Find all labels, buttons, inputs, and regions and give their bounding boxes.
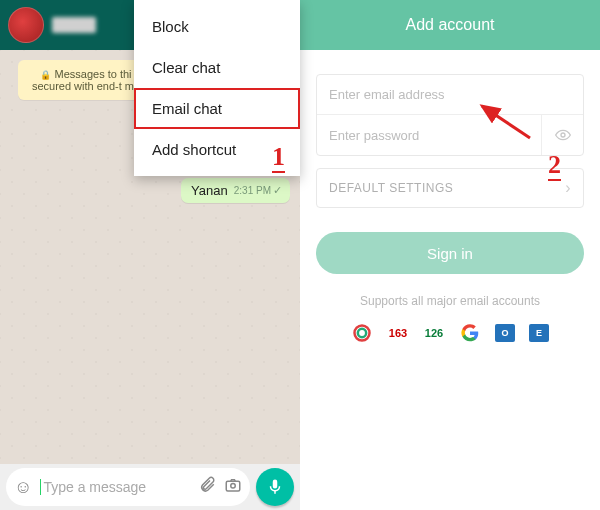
message-bubble[interactable]: Yanan 2:31 PM ✓ <box>181 178 290 203</box>
message-input[interactable]: Type a message <box>40 479 190 495</box>
provider-generic-icon[interactable] <box>351 322 373 344</box>
svg-point-2 <box>561 133 565 137</box>
chat-input-bar: ☺ Type a message <box>0 464 300 510</box>
chevron-right-icon: › <box>565 179 571 197</box>
password-field[interactable]: Enter password <box>317 115 583 155</box>
provider-126-icon[interactable]: 126 <box>423 322 445 344</box>
svg-point-1 <box>231 483 236 488</box>
message-input-pill[interactable]: ☺ Type a message <box>6 468 250 506</box>
sent-tick-icon: ✓ <box>273 184 282 197</box>
avatar[interactable] <box>8 7 44 43</box>
message-row: Yanan 2:31 PM ✓ <box>181 178 290 203</box>
signin-button[interactable]: Sign in <box>316 232 584 274</box>
provider-google-icon[interactable] <box>459 322 481 344</box>
email-field[interactable]: Enter email address <box>317 75 583 115</box>
svg-rect-0 <box>226 481 240 491</box>
provider-163-icon[interactable]: 163 <box>387 322 409 344</box>
mic-button[interactable] <box>256 468 294 506</box>
message-text: Yanan <box>191 183 228 198</box>
provider-icons: 163 126 O E <box>316 322 584 344</box>
annotation-arrow-icon <box>470 98 540 144</box>
provider-outlook-icon[interactable]: O <box>495 324 515 342</box>
attach-icon[interactable] <box>198 476 216 499</box>
annotation-1: 1 <box>272 144 285 173</box>
contact-name-blurred <box>52 17 96 33</box>
default-settings-label: DEFAULT SETTINGS <box>329 181 453 195</box>
message-time: 2:31 PM ✓ <box>234 184 282 197</box>
show-password-icon[interactable] <box>541 115 583 155</box>
add-account-title: Add account <box>300 0 600 50</box>
lock-icon: 🔒 <box>40 70 51 80</box>
supports-label: Supports all major email accounts <box>316 294 584 308</box>
menu-item-block[interactable]: Block <box>134 6 300 47</box>
menu-item-clear-chat[interactable]: Clear chat <box>134 47 300 88</box>
email-placeholder: Enter email address <box>329 87 445 102</box>
svg-point-4 <box>358 329 366 337</box>
default-settings-row[interactable]: DEFAULT SETTINGS › <box>316 168 584 208</box>
emoji-icon[interactable]: ☺ <box>14 477 32 498</box>
password-placeholder: Enter password <box>329 128 419 143</box>
add-account-panel: Add account Enter email address Enter pa… <box>300 0 600 510</box>
provider-exchange-icon[interactable]: E <box>529 324 549 342</box>
credential-fields: Enter email address Enter password <box>316 74 584 156</box>
menu-item-email-chat[interactable]: Email chat <box>134 88 300 129</box>
whatsapp-chat-panel: ┃ 🔒 Messages to thi secured with end-t m… <box>0 0 300 510</box>
annotation-2: 2 <box>548 152 561 181</box>
camera-icon[interactable] <box>224 476 242 499</box>
